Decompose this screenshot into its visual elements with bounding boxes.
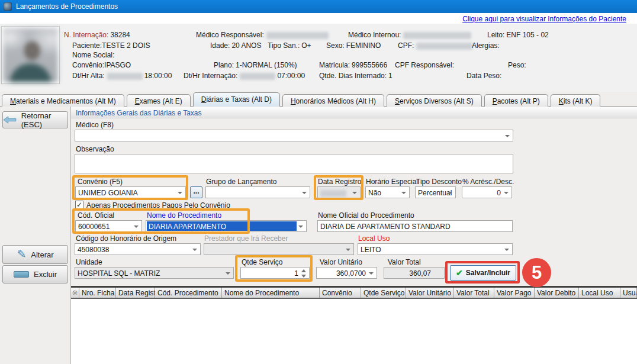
field-plano: Plano:1-NORMAL (150%): [214, 61, 297, 69]
prestador-combobox: [204, 243, 354, 255]
title-bar: Lançamentos de Procedimentos: [0, 0, 637, 13]
field-leito: Leito:ENF 105 - 02: [487, 31, 549, 39]
medico-combobox[interactable]: [75, 130, 513, 141]
local-uso-combobox[interactable]: LEITO: [358, 243, 513, 255]
horario-especial-combobox[interactable]: Não: [365, 186, 410, 198]
cod-honorario-combobox[interactable]: 45080038: [75, 243, 201, 255]
tab-diarias-taxas[interactable]: Diárias e Taxas (Alt D): [193, 92, 280, 107]
convenio-combobox[interactable]: UNIMED GOIANIA: [75, 186, 186, 198]
dropdown-arrow-icon: [504, 192, 509, 194]
column-header-valor-total[interactable]: Valor Total: [454, 288, 494, 298]
column-header-usuario[interactable]: Usuário: [620, 288, 637, 298]
cod-oficial-combobox[interactable]: 60000651: [75, 220, 142, 232]
column-header-valor-debito[interactable]: Valor Debito: [535, 288, 579, 298]
field-cpf: CPF:: [398, 41, 472, 50]
valor-unitario-label: Valor Unitário: [320, 258, 362, 266]
pencil-icon: ✎: [17, 252, 26, 257]
field-data-peso: Data Peso:: [467, 72, 501, 80]
salvar-incluir-button[interactable]: ✔ Salvar/Incluir: [450, 265, 516, 281]
observacao-label: Observação: [76, 145, 114, 153]
retornar-button[interactable]: Retornar (ESC): [2, 111, 68, 128]
column-header-data-registro[interactable]: Data Registro: [116, 288, 155, 298]
grupo-combobox[interactable]: [205, 186, 310, 198]
data-registro-combobox[interactable]: [317, 186, 361, 198]
column-header-valor-unitario[interactable]: Valor Unitário: [406, 288, 454, 298]
field-paciente: Paciente:TESTE 2 DOIS: [72, 41, 150, 50]
convenio-browse-button[interactable]: ...: [190, 186, 202, 198]
tab-servicos[interactable]: Serviços Diversos (Alt S): [387, 94, 482, 107]
nome-oficial-textbox[interactable]: DIARIA DE APARTAMENTO STANDARD: [317, 220, 513, 232]
cod-oficial-label: Cód. Oficial: [78, 211, 114, 220]
field-idade: Idade:20 ANOS: [210, 41, 261, 50]
spinner-arrows-icon[interactable]: [301, 269, 307, 278]
redacted-value: [266, 32, 329, 39]
qtde-servico-label: Qtde Serviço: [242, 258, 282, 266]
column-header-cod-procedimento[interactable]: Cód. Procedimento: [155, 288, 222, 298]
cod-honorario-label: Código do Honorário de Origem: [76, 234, 176, 243]
field-matricula: Matricula:999555666: [319, 61, 387, 69]
tab-kits[interactable]: Kits (Alt K): [551, 94, 601, 107]
grid-body-empty[interactable]: [71, 299, 637, 364]
nome-procedimento-label: Nome do Procedimento: [147, 211, 221, 220]
green-check-icon: ✔: [456, 268, 463, 278]
grupo-label: Grupo de Lançamento: [206, 178, 276, 186]
dropdown-arrow-icon: [346, 249, 350, 251]
checkbox-check-icon: ✓: [76, 201, 82, 209]
data-registro-label: Data Registro: [318, 178, 361, 186]
patient-photo: [1, 26, 60, 84]
dropdown-arrow-icon: [504, 249, 509, 251]
convenio-label: Convênio (F5): [78, 178, 123, 186]
eraser-icon: [14, 271, 29, 278]
column-header-local-uso[interactable]: Local Uso: [579, 288, 620, 298]
selected-procedure: DIARIA APARTAMENTO: [147, 221, 297, 231]
tab-bar: Materiais e Medicamentos (Alt M) Exames …: [2, 92, 600, 107]
tab-exames[interactable]: Exames (Alt E): [127, 94, 191, 107]
redacted-value: [107, 73, 143, 80]
dropdown-arrow-icon: [226, 272, 230, 275]
qtde-servico-stepper[interactable]: 1: [240, 267, 310, 279]
link-bar: Clique aqui para visualizar Informações …: [0, 13, 637, 24]
patient-info-link[interactable]: Clique aqui para visualizar Informações …: [462, 15, 626, 23]
valor-unitario-combobox[interactable]: 360,0700: [316, 267, 377, 279]
apenas-pagos-checkbox[interactable]: ✓: [75, 201, 83, 209]
column-header-valor-pago[interactable]: Valor Pago: [494, 288, 535, 298]
patient-header: N. Internação:38284 Médico Responsável: …: [0, 24, 637, 92]
field-sexo: Sexo:FEMININO: [326, 41, 381, 50]
tab-materiais[interactable]: Materiais e Medicamentos (Alt M): [2, 94, 124, 107]
redacted-value: [320, 190, 346, 197]
dropdown-arrow-icon: [298, 226, 303, 228]
dropdown-arrow-icon: [505, 135, 510, 137]
prestador-label: Prestador que Irá Receber: [204, 234, 288, 243]
dropdown-arrow-icon: [192, 249, 197, 251]
alterar-button[interactable]: ✎ Alterar: [2, 245, 68, 264]
medico-label: Médico (F8): [76, 121, 114, 129]
acresc-desc-label: % Acrésc./Desc.: [462, 178, 514, 186]
field-medico-responsavel: Médico Responsável:: [196, 31, 329, 39]
dropdown-arrow-icon: [369, 272, 374, 275]
step-number-badge: 5: [522, 258, 551, 287]
acresc-desc-spinner[interactable]: 0: [462, 186, 512, 198]
nome-procedimento-combobox[interactable]: DIARIA APARTAMENTO: [146, 220, 307, 232]
horario-especial-label: Horário Especial: [366, 178, 418, 186]
tipo-desconto-combobox[interactable]: Percentual: [415, 186, 456, 198]
back-arrow-icon: [3, 115, 17, 124]
redacted-value: [240, 73, 275, 80]
column-header-nome-procedimento[interactable]: Nome do Procedimento: [222, 288, 320, 298]
column-header-nro-ficha[interactable]: Nro. Ficha: [79, 288, 116, 298]
column-header-qtde-servico[interactable]: Qtde Serviço: [361, 288, 406, 298]
field-medico-internou: Médico Internou:: [348, 31, 471, 39]
unidade-label: Unidade: [76, 258, 102, 266]
field-dt-hr-alta: Dt/Hr Alta:18:00:00: [72, 72, 172, 80]
grid-marker-column: ※: [71, 288, 79, 298]
nome-oficial-label: Nome Oficial do Procedimento: [318, 211, 414, 220]
tab-pacotes[interactable]: Pacotes (Alt P): [484, 94, 548, 107]
dropdown-arrow-icon: [448, 192, 452, 194]
redacted-value: [416, 43, 472, 50]
column-header-convenio[interactable]: Convênio: [320, 288, 361, 298]
dropdown-arrow-icon: [178, 192, 182, 194]
excluir-button[interactable]: Excluir: [2, 265, 68, 284]
field-dt-hr-internacao: Dt/Hr Internação:07:00:00: [184, 72, 305, 80]
redacted-value: [403, 32, 471, 39]
observacao-textarea[interactable]: [75, 154, 513, 173]
tab-honorarios[interactable]: Honorários Médicos (Alt H): [282, 94, 384, 107]
